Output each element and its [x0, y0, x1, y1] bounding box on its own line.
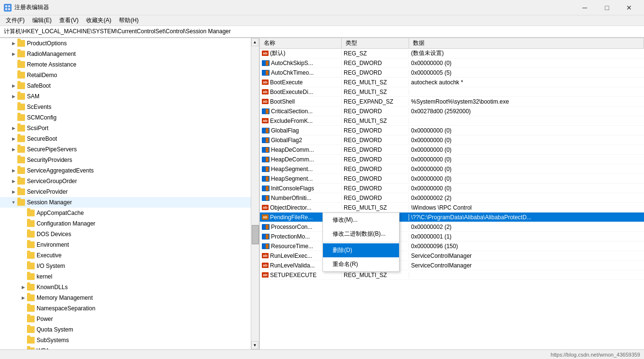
value-data: 0x00000096 (150) — [409, 243, 644, 250]
maximize-button[interactable]: □ — [596, 0, 618, 15]
value-row[interactable]: CriticalSection... REG_DWORD 0x00278d00 … — [260, 106, 644, 116]
tree-label: I/O System — [37, 263, 65, 269]
menu-help[interactable]: 帮助(H) — [115, 15, 142, 26]
value-row-pending[interactable]: abPendingFileRe... REG_MULTI_SZ \??\C:\P… — [260, 213, 644, 222]
tree-item-namespaceseparation[interactable]: ▶ NamespaceSeparation — [0, 303, 259, 314]
svg-rect-6 — [263, 70, 265, 75]
tree-item-serviceprovider[interactable]: ▶ ServiceProvider — [0, 186, 259, 197]
value-row[interactable]: abBootExecute REG_MULTI_SZ autocheck aut… — [260, 78, 644, 87]
tree-item-safeboot[interactable]: ▶ SafeBoot — [0, 80, 259, 91]
menu-view[interactable]: 查看(V) — [55, 15, 82, 26]
value-row[interactable]: abBootExecuteDi... REG_MULTI_SZ — [260, 87, 644, 97]
tree-label: WPA — [37, 347, 49, 349]
value-row[interactable]: HeapSegment... REG_DWORD 0x00000000 (0) — [260, 174, 644, 184]
value-row[interactable]: ab(默认) REG_SZ (数值未设置) — [260, 49, 644, 58]
tree-item-quota-system[interactable]: ▶ Quota System — [0, 324, 259, 335]
tree-item-environment[interactable]: ▶ Environment — [0, 239, 259, 250]
value-row[interactable]: GlobalFlag REG_DWORD 0x00000000 (0) — [260, 126, 644, 135]
value-row[interactable]: HeapSegment... REG_DWORD 0x00000000 (0) — [260, 164, 644, 174]
tree-item-securepipeservers[interactable]: ▶ SecurePipeServers — [0, 144, 259, 155]
tree-label: Remote Assistance — [27, 61, 77, 68]
registry-values-panel: 名称 类型 数据 ab(默认) REG_SZ (数值未设置) AutoChkSk… — [260, 38, 644, 349]
value-row[interactable]: abExcludeFromK... REG_MULTI_SZ — [260, 116, 644, 126]
menu-edit[interactable]: 编辑(E) — [28, 15, 55, 26]
value-row[interactable]: abRunLevelExec... REG_MULTI_SZ ServiceCo… — [260, 251, 644, 261]
value-row[interactable]: AutoChkTimeo... REG_DWORD 0x00000005 (5) — [260, 68, 644, 78]
value-row[interactable]: abObjectDirector... REG_MULTI_SZ \Window… — [260, 203, 644, 213]
value-row[interactable]: NumberOfIniti... REG_DWORD 0x00000002 (2… — [260, 193, 644, 203]
value-row[interactable]: InitConsoleFlags REG_DWORD 0x00000000 (0… — [260, 184, 644, 193]
tree-item-session-manager[interactable]: ▼ Session Manager — [0, 197, 259, 208]
svg-rect-12 — [263, 138, 265, 143]
value-row[interactable]: HeapDeComm... REG_DWORD 0x00000000 (0) — [260, 145, 644, 155]
tree-item-subsystems[interactable]: ▶ SubSystems — [0, 335, 259, 346]
tree-item-serviceaggregatedevents[interactable]: ▶ ServiceAggregatedEvents — [0, 165, 259, 176]
folder-icon — [27, 305, 35, 312]
value-row[interactable]: ProtectionMo... REG_DWORD 0x00000001 (1) — [260, 232, 644, 241]
col-header-data: 数据 — [409, 38, 644, 48]
value-row[interactable]: ProcessorCon... REG_DWORD 0x00000002 (2) — [260, 222, 644, 232]
tree-item-secureboot[interactable]: ▶ SecureBoot — [0, 133, 259, 144]
value-data: 0x00278d00 (2592000) — [409, 108, 644, 115]
value-data: \??\C:\ProgramData\Alibaba\AlibabaProtec… — [409, 214, 644, 221]
tree-item-kernel[interactable]: ▶ kernel — [0, 271, 259, 282]
value-row[interactable]: HeapDeComm... REG_DWORD 0x00000000 (0) — [260, 155, 644, 164]
tree-item-executive[interactable]: ▶ Executive — [0, 250, 259, 261]
tree-item-power[interactable]: ▶ Power — [0, 314, 259, 324]
tree-item-wpa[interactable]: ▶ WPA — [0, 346, 259, 349]
folder-icon — [27, 347, 35, 349]
value-type: REG_MULTI_SZ — [342, 118, 409, 124]
folder-icon — [17, 135, 25, 142]
tree-item-memory-management[interactable]: ▶ Memory Management — [0, 293, 259, 303]
tree-item-securityproviders[interactable]: ▶ SecurityProviders — [0, 155, 259, 165]
context-menu-modify-binary[interactable]: 修改二进制数据(B)... — [323, 227, 399, 241]
value-type: REG_MULTI_SZ — [342, 272, 409, 279]
minimize-button[interactable]: ─ — [574, 0, 596, 15]
tree-item-sam[interactable]: ▶ SAM — [0, 91, 259, 102]
expander-icon: ▶ — [10, 135, 17, 143]
app-title: 注册表编辑器 — [14, 3, 574, 12]
tree-item-remote-assistance[interactable]: ▶ Remote Assistance — [0, 59, 259, 70]
value-type: REG_DWORD — [342, 127, 409, 134]
folder-icon — [17, 114, 25, 121]
type-icon-dword — [262, 195, 270, 201]
tree-item-retaildemo[interactable]: ▶ RetailDemo — [0, 70, 259, 80]
expander-icon: ▶ — [10, 40, 17, 47]
tree-item-scsiport[interactable]: ▶ ScsiPort — [0, 123, 259, 133]
folder-icon — [17, 61, 25, 68]
menu-favorites[interactable]: 收藏夹(A) — [82, 15, 115, 26]
value-row[interactable]: abRunLevelValida... REG_MULTI_SZ Service… — [260, 261, 644, 270]
svg-rect-29 — [266, 234, 269, 239]
value-row[interactable]: GlobalFlag2 REG_DWORD 0x00000000 (0) — [260, 135, 644, 145]
tree-item-io-system[interactable]: ▶ I/O System — [0, 261, 259, 271]
type-icon-ab: ab — [262, 253, 269, 258]
type-icon-dword — [262, 186, 270, 191]
context-menu-modify[interactable]: 修改(M)... — [323, 213, 399, 227]
tree-item-scmconfig[interactable]: ▶ SCMConfig — [0, 112, 259, 123]
close-button[interactable]: ✕ — [618, 0, 640, 15]
folder-icon — [17, 40, 25, 47]
tree-scroll-area[interactable]: ▶ ProductOptions ▶ RadioManagement ▶ Rem… — [0, 38, 259, 349]
value-row[interactable]: abSETUPEXECUTE REG_MULTI_SZ — [260, 270, 644, 280]
svg-rect-4 — [263, 61, 265, 66]
tree-item-radiomanagement[interactable]: ▶ RadioManagement — [0, 49, 259, 59]
tree-item-dos-devices[interactable]: ▶ DOS Devices — [0, 229, 259, 239]
tree-item-appcompatcache[interactable]: ▶ AppCompatCache — [0, 208, 259, 218]
tree-item-servicegrouporder[interactable]: ▶ ServiceGroupOrder — [0, 176, 259, 186]
type-icon-dword — [262, 70, 270, 76]
tree-scrollbar[interactable]: ▲ ▼ — [251, 38, 259, 349]
value-row[interactable]: ResourceTime... REG_DWORD 0x00000096 (15… — [260, 241, 644, 251]
tree-item-productoptions[interactable]: ▶ ProductOptions — [0, 38, 259, 49]
value-row[interactable]: abBootShell REG_EXPAND_SZ %SystemRoot%\s… — [260, 97, 644, 106]
svg-rect-11 — [266, 128, 269, 133]
tree-label: ScEvents — [27, 104, 52, 110]
value-row[interactable]: AutoChkSkipS... REG_DWORD 0x00000000 (0) — [260, 58, 644, 68]
scroll-thumb[interactable] — [252, 225, 259, 244]
tree-item-configuration-manager[interactable]: ▶ Configuration Manager — [0, 218, 259, 229]
context-menu-rename[interactable]: 重命名(R) — [323, 257, 399, 271]
folder-icon — [17, 93, 25, 100]
tree-item-knowndlls[interactable]: ▶ KnownDLLs — [0, 282, 259, 293]
tree-item-scevents[interactable]: ▶ ScEvents — [0, 102, 259, 112]
menu-file[interactable]: 文件(F) — [2, 15, 28, 26]
context-menu-delete[interactable]: 删除(D) — [323, 243, 399, 257]
